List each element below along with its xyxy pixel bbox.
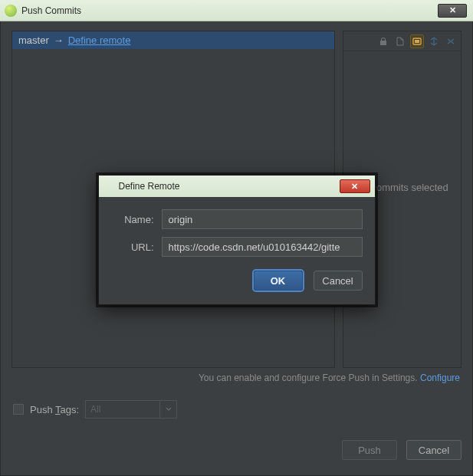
modal-title: Define Remote — [119, 181, 335, 192]
name-input[interactable] — [162, 209, 363, 229]
modal-titlebar: Define Remote ✕ — [99, 176, 375, 197]
url-input[interactable] — [162, 237, 363, 257]
modal-close-button[interactable]: ✕ — [340, 179, 370, 193]
modal-body: Name: URL: — [99, 197, 375, 264]
modal-app-icon — [103, 181, 114, 192]
modal-overlay: Define Remote ✕ Name: URL: OK Cancel — [0, 0, 473, 476]
url-label: URL: — [111, 241, 154, 253]
modal-buttons: OK Cancel — [99, 264, 375, 304]
name-label: Name: — [111, 214, 154, 225]
ok-button[interactable]: OK — [254, 271, 303, 291]
define-remote-dialog: Define Remote ✕ Name: URL: OK Cancel — [98, 175, 376, 305]
close-icon: ✕ — [351, 182, 358, 192]
modal-cancel-button[interactable]: Cancel — [314, 271, 363, 291]
